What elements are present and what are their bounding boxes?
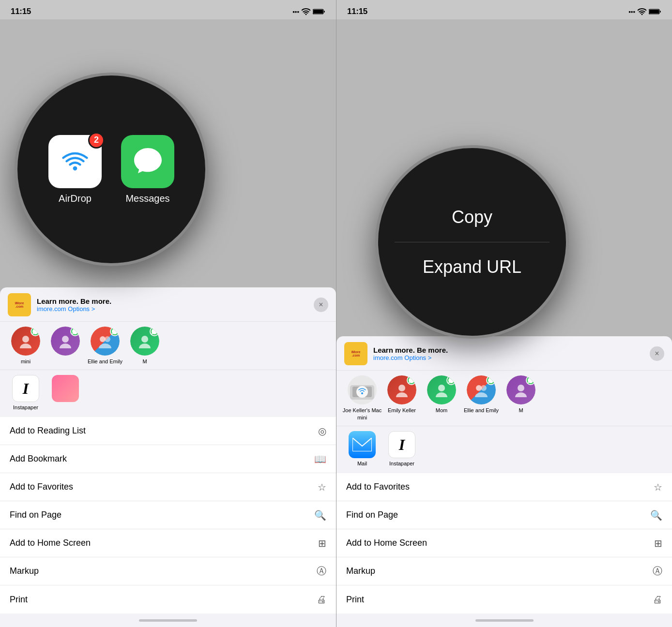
menu-home-screen-left[interactable]: Add to Home Screen ⊞ xyxy=(0,529,336,557)
svg-point-21 xyxy=(438,385,445,391)
menu-icon-print-right: 🖨 xyxy=(653,594,662,605)
menu-print-left[interactable]: Print 🖨 xyxy=(0,585,336,613)
menu-reading-list-left[interactable]: Add to Reading List ◎ xyxy=(0,417,336,445)
contact-avatar-2-left xyxy=(91,327,120,356)
menu-icon-favorites-left: ☆ xyxy=(318,481,326,493)
signal-icon-right: ▪▪▪ xyxy=(628,8,635,15)
share-header-right: iMore .com Learn more. Be more. imore.co… xyxy=(336,336,672,370)
mail-envelope-svg xyxy=(352,438,372,451)
svg-point-2 xyxy=(22,336,29,343)
menu-find-right[interactable]: Find on Page 🔍 xyxy=(336,501,672,529)
right-phone-panel: 11:15 ▪▪▪ iMore .com xyxy=(336,0,672,627)
contact-strip-left: mini xyxy=(0,321,336,370)
share-close-left[interactable]: × xyxy=(314,298,328,312)
svg-point-18 xyxy=(361,392,363,394)
menu-bookmark-left[interactable]: Add Bookmark 📖 xyxy=(0,445,336,473)
share-header-left: iMore .com Learn more. Be more. imore.co… xyxy=(0,287,336,321)
menu-label-print-left: Print xyxy=(10,595,28,605)
mag-expand-url-item[interactable]: Expand URL xyxy=(395,257,550,277)
contact-name-mom-right: Mom xyxy=(436,407,447,414)
mag-messages-left[interactable]: Messages xyxy=(121,135,174,204)
menu-favorites-left[interactable]: Add to Favorites ☆ xyxy=(0,473,336,501)
svg-point-12 xyxy=(73,166,77,170)
menu-list-right: Add to Favorites ☆ Find on Page 🔍 Add to… xyxy=(336,473,672,613)
svg-point-5 xyxy=(60,343,71,348)
wifi-icon-left xyxy=(302,8,310,15)
svg-point-3 xyxy=(20,343,31,348)
menu-icon-markup-right: Ⓐ xyxy=(653,565,662,578)
share-domain-left: imore.com xyxy=(37,305,66,313)
contact-item-0-left[interactable]: mini xyxy=(6,327,46,365)
app-item-instapaper-right[interactable]: I Instapaper xyxy=(382,431,422,466)
airdrop-label-large: AirDrop xyxy=(59,193,92,204)
contact-item-mom-right[interactable]: Mom xyxy=(422,375,461,421)
menu-markup-left[interactable]: Markup Ⓐ xyxy=(0,557,336,585)
menu-label-home-screen-left: Add to Home Screen xyxy=(10,538,91,548)
menu-label-markup-left: Markup xyxy=(10,566,39,576)
contact-name-0-left: mini xyxy=(21,358,31,365)
messages-svg xyxy=(132,146,164,177)
contact-avatar-1-left xyxy=(51,327,80,356)
contact-item-m-right[interactable]: M xyxy=(501,375,541,421)
mag-copy-item[interactable]: Copy xyxy=(395,207,550,227)
app-item-pink-left[interactable] xyxy=(46,375,85,410)
status-time-right: 11:15 xyxy=(347,7,367,16)
mag-airdrop-left[interactable]: 2 AirDrop xyxy=(48,135,102,204)
menu-print-right[interactable]: Print 🖨 xyxy=(336,585,672,613)
share-close-right[interactable]: × xyxy=(650,346,664,361)
app-item-instapaper-left[interactable]: I Instapaper xyxy=(6,375,46,410)
contact-badge-1-left xyxy=(70,327,80,336)
messages-label-large: Messages xyxy=(125,193,169,204)
instapaper-label-right: Instapaper xyxy=(389,461,414,466)
contact-item-macmini-right[interactable]: Joe Keller's Mac mini xyxy=(342,375,382,421)
mail-icon-right xyxy=(349,431,376,458)
menu-icon-find-left: 🔍 xyxy=(314,509,326,521)
menu-label-print-right: Print xyxy=(346,595,364,605)
mag-expand-url-label: Expand URL xyxy=(423,257,521,277)
contact-avatar-ellie-emily-right xyxy=(467,375,496,404)
menu-markup-right[interactable]: Markup Ⓐ xyxy=(336,557,672,585)
svg-point-25 xyxy=(475,392,488,397)
svg-point-9 xyxy=(141,336,148,343)
svg-point-4 xyxy=(62,336,69,343)
menu-label-reading-list-left: Add to Reading List xyxy=(10,426,86,436)
screen-content-right: iMore .com Learn more. Be more. imore.co… xyxy=(336,19,672,627)
app-strip-left: I Instapaper xyxy=(0,370,336,417)
contact-badge-0-left xyxy=(31,327,40,336)
menu-icon-print-left: 🖨 xyxy=(317,594,326,605)
mag-copy-label: Copy xyxy=(452,207,492,227)
magnifier-right: Copy Expand URL xyxy=(375,145,569,339)
status-bar-left: 11:15 ▪▪▪ xyxy=(0,0,336,19)
menu-favorites-right[interactable]: Add to Favorites ☆ xyxy=(336,473,672,501)
share-sheet-right: iMore .com Learn more. Be more. imore.co… xyxy=(336,333,672,627)
contact-badge-2-left xyxy=(110,327,120,336)
menu-home-screen-right[interactable]: Add to Home Screen ⊞ xyxy=(336,529,672,557)
menu-icon-home-screen-right: ⊞ xyxy=(654,537,662,549)
contact-avatar-emily-right xyxy=(387,375,416,404)
menu-find-left[interactable]: Find on Page 🔍 xyxy=(0,501,336,529)
share-title-right: Learn more. Be more. xyxy=(373,346,644,354)
menu-label-home-screen-right: Add to Home Screen xyxy=(346,538,427,548)
contact-item-2-left[interactable]: Ellie and Emily xyxy=(85,327,125,365)
pink-app-icon-left xyxy=(52,375,79,402)
menu-icon-reading-list-left: ◎ xyxy=(318,425,326,437)
signal-icon-left: ▪▪▪ xyxy=(292,8,299,15)
svg-point-8 xyxy=(99,343,111,348)
svg-rect-14 xyxy=(649,10,659,14)
airdrop-svg xyxy=(58,145,92,179)
imore-logo-left: iMore .com xyxy=(8,293,31,316)
screen-content-left: iMore .com Learn more. Be more. imore.co… xyxy=(0,19,336,627)
menu-label-find-right: Find on Page xyxy=(346,510,398,520)
app-item-mail-right[interactable]: Mail xyxy=(342,431,382,466)
share-options-right[interactable]: Options > xyxy=(404,354,431,361)
menu-list-left: Add to Reading List ◎ Add Bookmark 📖 Add… xyxy=(0,417,336,613)
magnifier-left: 2 AirDrop Messages xyxy=(15,73,208,266)
contact-item-emily-right[interactable]: Emily Keller xyxy=(382,375,422,421)
share-options-left[interactable]: Options > xyxy=(68,305,95,313)
airdrop-icon-large: 2 xyxy=(48,135,102,188)
contact-item-ellie-emily-right[interactable]: Ellie and Emily xyxy=(461,375,501,421)
share-domain-right: imore.com xyxy=(373,354,403,361)
contact-item-3-left[interactable]: M xyxy=(125,327,165,365)
contact-item-1-left[interactable] xyxy=(46,327,85,365)
battery-icon-left xyxy=(313,8,325,15)
